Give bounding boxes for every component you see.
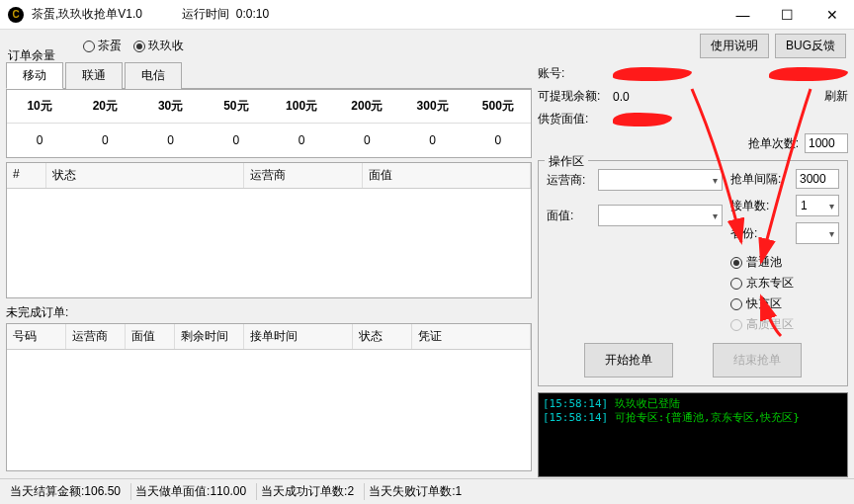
pool-radios: 普通池 京东专区 快充区 高质里区 <box>730 254 839 333</box>
redacted <box>769 67 848 81</box>
province-select[interactable] <box>796 222 839 244</box>
queue-grid: # 状态 运营商 面值 <box>6 162 532 298</box>
denom-header: 200元 <box>334 90 399 123</box>
start-grab-button[interactable]: 开始抢单 <box>584 343 673 378</box>
operation-legend: 操作区 <box>545 153 588 170</box>
tab-mobile[interactable]: 移动 <box>6 62 63 89</box>
tab-telecom[interactable]: 电信 <box>125 62 182 89</box>
redacted <box>613 67 692 81</box>
app-title: 茶蛋,玖玖收抢单V1.0 <box>32 6 142 23</box>
denom-count: 0 <box>204 124 269 157</box>
denom-count: 0 <box>334 124 399 157</box>
radio-icon <box>730 319 742 331</box>
col-face: 面值 <box>126 324 175 349</box>
op-face-select[interactable] <box>598 205 723 226</box>
radio-icon <box>730 278 742 290</box>
denom-count: 0 <box>138 124 204 157</box>
withdraw-label: 可提现余额: <box>538 88 607 105</box>
denom-count: 0 <box>466 124 531 157</box>
app-icon <box>8 7 24 23</box>
denom-count: 0 <box>7 124 72 157</box>
order-balance-label: 订单余量 <box>8 47 55 64</box>
tab-unicom[interactable]: 联通 <box>65 62 123 89</box>
radio-icon <box>730 298 742 310</box>
col-carrier: 运营商 <box>244 163 363 188</box>
denom-header: 100元 <box>269 90 334 123</box>
titlebar: 茶蛋,玖玖收抢单V1.0 运行时间 0:0:10 — ☐ ✕ <box>0 0 854 30</box>
stop-grab-button: 结束抢单 <box>713 343 802 378</box>
col-carrier: 运营商 <box>66 324 126 349</box>
pool-normal[interactable]: 普通池 <box>730 254 839 271</box>
mode-radio-group: 茶蛋 玖玖收 <box>83 38 184 54</box>
op-carrier-select[interactable] <box>598 169 723 191</box>
unfinished-grid: 号码 运营商 面值 剩余时间 接单时间 状态 凭证 <box>6 323 532 471</box>
unfinished-label: 未完成订单: <box>6 302 532 323</box>
window-close[interactable]: ✕ <box>810 0 854 30</box>
col-proof: 凭证 <box>412 324 531 349</box>
mode-chadan[interactable]: 茶蛋 <box>83 38 122 54</box>
denom-table: 10元 20元 30元 50元 100元 200元 300元 500元 0 0 … <box>6 89 532 158</box>
accept-select[interactable]: 1 <box>796 195 839 216</box>
denom-header: 50元 <box>204 90 269 123</box>
denom-count: 0 <box>269 124 334 157</box>
mode-jiujiu[interactable]: 玖玖收 <box>133 38 184 54</box>
col-remain: 剩余时间 <box>175 324 244 349</box>
accept-label: 接单数: <box>730 198 769 214</box>
denom-header: 20元 <box>72 90 137 123</box>
redacted <box>613 113 672 126</box>
statusbar: 当天结算金额:106.50 当天做单面值:110.00 当天成功订单数:2 当天… <box>0 478 854 504</box>
denom-header: 500元 <box>466 90 531 123</box>
col-status: 状态 <box>46 163 244 188</box>
op-face-label: 面值: <box>547 208 594 224</box>
supply-label: 供货面值: <box>538 111 607 127</box>
pool-fast[interactable]: 快充区 <box>730 295 839 312</box>
status-made: 当天做单面值:110.00 <box>131 483 257 500</box>
window-maximize[interactable]: ☐ <box>765 0 810 30</box>
radio-icon <box>83 41 95 52</box>
radio-icon <box>133 41 145 52</box>
province-label: 省份: <box>730 225 757 242</box>
col-status2: 状态 <box>353 324 412 349</box>
withdraw-value: 0.0 <box>613 90 818 104</box>
op-carrier-label: 运营商: <box>547 172 594 189</box>
queue-body[interactable] <box>7 189 531 298</box>
pool-jd[interactable]: 京东专区 <box>730 275 839 292</box>
denom-header: 300元 <box>400 90 466 123</box>
runtime: 运行时间 0:0:10 <box>182 6 269 23</box>
log-console[interactable]: [15:58:14] 玖玖收已登陆 [15:58:14] 可抢专区:{普通池,京… <box>538 392 848 477</box>
grab-count-label: 抢单次数: <box>748 135 799 152</box>
window-minimize[interactable]: — <box>721 0 765 30</box>
feedback-button[interactable]: BUG反馈 <box>775 34 846 58</box>
col-accept: 接单时间 <box>244 324 353 349</box>
radio-icon <box>730 257 742 269</box>
grab-count-input[interactable] <box>805 133 848 153</box>
status-settle: 当天结算金额:106.50 <box>6 483 131 500</box>
denom-count: 0 <box>400 124 466 157</box>
account-label: 账号: <box>538 65 607 82</box>
top-row: 订单余量 茶蛋 玖玖收 使用说明 BUG反馈 <box>0 30 854 62</box>
denom-count: 0 <box>72 124 137 157</box>
col-num: # <box>7 163 46 188</box>
denom-header: 30元 <box>138 90 204 123</box>
denom-header: 10元 <box>7 90 72 123</box>
manual-button[interactable]: 使用说明 <box>700 34 769 58</box>
pool-hq: 高质里区 <box>730 316 839 333</box>
interval-input[interactable] <box>796 169 839 189</box>
unfinished-body[interactable] <box>7 350 531 471</box>
interval-label: 抢单间隔: <box>730 171 781 188</box>
refresh-link[interactable]: 刷新 <box>824 88 848 105</box>
status-fail: 当天失败订单数:1 <box>365 483 471 500</box>
carrier-tabs: 移动 联通 电信 <box>6 62 532 89</box>
col-face: 面值 <box>363 163 531 188</box>
status-succ: 当天成功订单数:2 <box>257 483 365 500</box>
operation-area: 操作区 运营商: 面值: 抢单间隔: <box>538 160 848 386</box>
col-phone: 号码 <box>7 324 66 349</box>
